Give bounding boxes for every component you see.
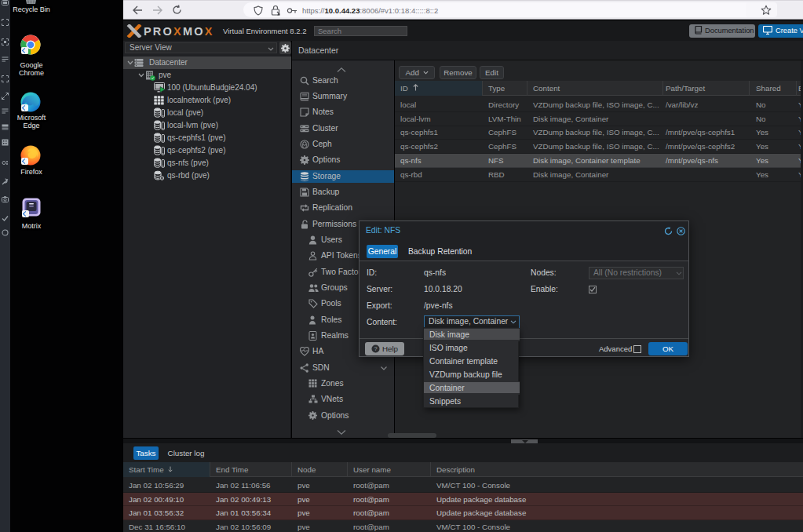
svg-text:?: ?: [374, 345, 377, 352]
